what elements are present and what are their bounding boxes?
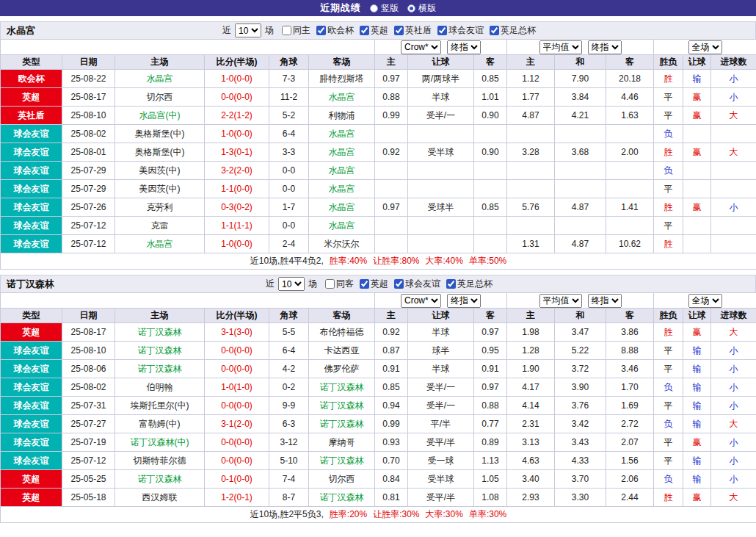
league-filter[interactable]: 球会友谊: [437, 24, 484, 37]
euro-draw-odds: 4.33: [555, 452, 606, 470]
same-venue-filter-checkbox[interactable]: [282, 26, 291, 35]
league-filter-checkbox[interactable]: [437, 26, 447, 35]
home-team: 切尔西: [115, 88, 205, 107]
result: 胜: [654, 70, 683, 88]
league-filter-checkbox[interactable]: [316, 26, 326, 35]
result: 平: [654, 217, 683, 235]
euro-home-odds: 1.98: [507, 323, 555, 342]
euro-away-odds: 10.62: [606, 235, 654, 253]
match-date: 25-07-12: [62, 235, 115, 253]
same-venue-filter[interactable]: 同主: [282, 24, 310, 37]
league-badge: 球会友谊: [1, 452, 62, 470]
asian-home-odds: 0.85: [375, 378, 408, 397]
euro-draw-odds: [555, 217, 606, 235]
goals-result: 大: [711, 143, 756, 162]
euro-away-odds: 1.41: [606, 198, 654, 217]
league-filter[interactable]: 英足总杯: [446, 278, 493, 290]
league-filter[interactable]: 英超: [360, 278, 388, 290]
away-team: 水晶宫: [309, 180, 375, 198]
league-filter-checkbox[interactable]: [394, 279, 404, 289]
home-team: 富勒姆(中): [115, 415, 205, 433]
scope-select[interactable]: 全场: [688, 294, 722, 308]
asian-away-odds: 0.77: [474, 415, 507, 433]
match-date: 25-08-17: [62, 88, 115, 107]
league-filter[interactable]: 欧会杯: [316, 24, 354, 37]
filter-bar: 近10场同主欧会杯英超英社盾球会友谊英足总杯: [220, 24, 536, 37]
league-badge: 欧会杯: [1, 70, 62, 88]
league-filter-checkbox[interactable]: [360, 279, 369, 289]
league-filter[interactable]: 英足总杯: [490, 24, 536, 37]
same-venue-filter-checkbox[interactable]: [325, 279, 335, 289]
average-select[interactable]: 平均值: [539, 40, 582, 54]
summary-segment: 大率:40%: [426, 256, 463, 266]
odds-company-select[interactable]: Crow*: [401, 294, 441, 308]
match-date: 25-07-12: [62, 217, 115, 235]
league-filter[interactable]: 英社盾: [394, 24, 432, 37]
score: 3-1(2-0): [205, 415, 269, 433]
league-filter-checkbox[interactable]: [394, 26, 404, 35]
euro-home-odds: 2.93: [507, 489, 555, 507]
scope-select[interactable]: 全场: [688, 40, 722, 54]
odds-stage-select[interactable]: 终指: [447, 40, 481, 54]
column-header: 日期: [62, 309, 115, 323]
handicap-result: 赢: [683, 143, 711, 162]
match-row: 英社盾25-08-10水晶宫(中)2-2(1-2)5-2利物浦0.99受半/一0…: [1, 107, 756, 125]
corners: 6-3: [269, 415, 309, 433]
odds-stage-select[interactable]: 终指: [447, 294, 481, 308]
euro-home-odds: [507, 180, 555, 198]
same-venue-filter[interactable]: 同客: [325, 278, 354, 290]
league-badge: 球会友谊: [1, 433, 62, 452]
asian-odds-selects: Crow*终指: [375, 293, 507, 309]
odds-stage-select-2[interactable]: 终指: [588, 40, 622, 54]
result: 平: [654, 180, 683, 198]
asian-away-odds: 1.05: [474, 470, 507, 489]
average-select[interactable]: 平均值: [539, 294, 582, 308]
result: 平: [654, 88, 683, 107]
corners: 9-9: [269, 397, 309, 415]
column-header: 客: [606, 55, 654, 70]
summary-segment: 大率:30%: [426, 509, 463, 519]
layout-radio-vertical[interactable]: 竖版: [370, 2, 399, 15]
league-filter-checkbox[interactable]: [360, 26, 369, 35]
euro-draw-odds: 3.68: [555, 143, 606, 162]
corners: 2-4: [269, 235, 309, 253]
league-filter-checkbox[interactable]: [446, 279, 456, 289]
corners: 0-0: [269, 217, 309, 235]
league-filter-checkbox[interactable]: [490, 26, 499, 35]
match-row: 英超25-08-17诺丁汉森林3-1(3-0)5-5布伦特福德0.92半球0.9…: [1, 323, 756, 342]
league-filter[interactable]: 英超: [360, 24, 388, 37]
score: 1-0(1-0): [205, 378, 269, 397]
euro-draw-odds: [555, 125, 606, 143]
result: 胜: [654, 198, 683, 217]
match-date: 25-08-01: [62, 143, 115, 162]
euro-odds-selects: 平均值终指: [507, 293, 654, 309]
result: 胜: [654, 235, 683, 253]
euro-draw-odds: 3.72: [555, 360, 606, 378]
home-team: 美因茨(中): [115, 162, 205, 180]
league-badge: 球会友谊: [1, 162, 62, 180]
recent-count-select[interactable]: 10: [235, 24, 261, 37]
goals-result: 小: [711, 342, 756, 360]
odds-stage-select-2[interactable]: 终指: [588, 294, 622, 308]
recent-count-select[interactable]: 10: [278, 277, 305, 291]
summary-row: 近10场,胜4平4负2,胜率:40%让胜率:80%大率:40%单率:50%: [1, 253, 756, 270]
corners: 8-7: [269, 489, 309, 507]
match-date: 25-07-29: [62, 162, 115, 180]
radio-icon: [370, 4, 378, 12]
odds-company-select[interactable]: Crow*: [401, 40, 441, 54]
section-header: 诺丁汉森林 近10场同客英超球会友谊英足总杯: [0, 275, 756, 292]
result: 胜: [654, 143, 683, 162]
euro-draw-odds: 3.42: [555, 415, 606, 433]
home-team: 水晶宫(中): [115, 107, 205, 125]
league-badge: 球会友谊: [1, 217, 62, 235]
asian-home-odds: [375, 162, 408, 180]
home-team: 水晶宫: [115, 235, 205, 253]
euro-home-odds: 4.14: [507, 397, 555, 415]
handicap-result: 赢: [683, 323, 711, 342]
euro-away-odds: 1.69: [606, 397, 654, 415]
league-filter[interactable]: 球会友谊: [394, 278, 440, 290]
asian-odds-selects: Crow*终指: [375, 40, 507, 55]
home-team: 切斯特菲尔德: [115, 452, 205, 470]
summary-segment: 单率:50%: [469, 256, 506, 266]
layout-radio-horizontal[interactable]: 横版: [407, 2, 436, 15]
